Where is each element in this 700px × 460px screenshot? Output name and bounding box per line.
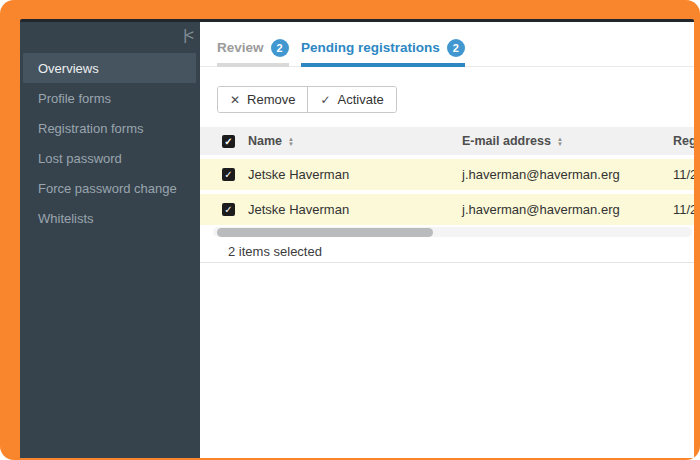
sidebar-item-label: Overviews [38, 61, 99, 76]
column-header-email[interactable]: E-mail address ▲ ▼ [462, 134, 673, 148]
table-row[interactable]: ✓ Jetske Haverman j.haverman@haverman.er… [200, 159, 694, 190]
sidebar-item-label: Force password change [38, 181, 177, 196]
close-icon: ✕ [230, 93, 240, 107]
registrations-table: ✓ Name ▲ ▼ E-mail address ▲ ▼ [200, 127, 694, 229]
sidebar-item-overviews[interactable]: Overviews [23, 53, 196, 83]
check-icon: ✓ [320, 93, 330, 107]
bulk-action-button-group: ✕ Remove ✓ Activate [217, 86, 397, 113]
cell-name: Jetske Haverman [248, 167, 462, 182]
sidebar-item-whitelists[interactable]: Whitelists [20, 203, 200, 233]
tab-review-count-badge: 2 [271, 39, 289, 57]
sort-icon: ▲ ▼ [557, 137, 563, 146]
remove-button-label: Remove [247, 92, 295, 107]
table-header-row: ✓ Name ▲ ▼ E-mail address ▲ ▼ [200, 127, 694, 155]
app-window: |< Overviews Profile forms Registration … [20, 19, 694, 458]
column-header-label: E-mail address [462, 134, 551, 148]
sort-down-arrow: ▼ [557, 142, 563, 146]
main-content: Review 2 Pending registrations 2 ✕ Remov… [200, 22, 694, 458]
activate-button[interactable]: ✓ Activate [307, 87, 395, 112]
cell-email: j.haverman@haverman.erg [462, 167, 673, 182]
sidebar-item-label: Profile forms [38, 91, 111, 106]
horizontal-scrollbar-thumb[interactable] [217, 228, 433, 237]
sidebar-item-profile-forms[interactable]: Profile forms [20, 83, 200, 113]
activate-button-label: Activate [338, 92, 384, 107]
tab-pending-registrations[interactable]: Pending registrations 2 [301, 34, 465, 67]
sidebar-menu: Overviews Profile forms Registration for… [20, 53, 200, 233]
horizontal-scrollbar-track[interactable] [213, 227, 692, 237]
tab-pending-count-badge: 2 [447, 39, 465, 57]
sidebar-item-registration-forms[interactable]: Registration forms [20, 113, 200, 143]
cell-registered: 11/28 [673, 167, 694, 182]
cell-name: Jetske Haverman [248, 202, 462, 217]
cell-registered: 11/28 [673, 202, 694, 217]
tab-review[interactable]: Review 2 [217, 34, 289, 67]
column-header-registered[interactable]: Regis [673, 134, 694, 148]
column-header-label: Name [248, 134, 282, 148]
selection-status-text: 2 items selected [228, 244, 322, 259]
tab-label: Pending registrations [301, 40, 440, 55]
select-all-checkbox[interactable]: ✓ [222, 135, 235, 148]
sort-down-arrow: ▼ [288, 142, 294, 146]
sidebar-item-force-password-change[interactable]: Force password change [20, 173, 200, 203]
tab-bar: Review 2 Pending registrations 2 [200, 22, 694, 67]
sort-up-arrow: ▲ [288, 137, 294, 141]
column-header-name[interactable]: Name ▲ ▼ [248, 134, 462, 148]
row-checkbox[interactable]: ✓ [222, 203, 235, 216]
sort-up-arrow: ▲ [557, 137, 563, 141]
cell-email: j.haverman@haverman.erg [462, 202, 673, 217]
table-row[interactable]: ✓ Jetske Haverman j.haverman@haverman.er… [200, 194, 694, 225]
tab-label: Review [217, 40, 264, 55]
app-frame: |< Overviews Profile forms Registration … [0, 0, 700, 460]
sidebar-item-label: Registration forms [38, 121, 143, 136]
column-header-label: Regis [673, 134, 694, 148]
sort-icon: ▲ ▼ [288, 137, 294, 146]
sidebar-collapse-icon[interactable]: |< [183, 26, 192, 43]
remove-button[interactable]: ✕ Remove [218, 87, 307, 112]
sidebar-item-label: Lost password [38, 151, 122, 166]
row-checkbox[interactable]: ✓ [222, 168, 235, 181]
sidebar-item-lost-password[interactable]: Lost password [20, 143, 200, 173]
sidebar-item-label: Whitelists [38, 211, 94, 226]
sidebar: |< Overviews Profile forms Registration … [20, 22, 200, 458]
selection-status-bar: 2 items selected [200, 240, 694, 263]
